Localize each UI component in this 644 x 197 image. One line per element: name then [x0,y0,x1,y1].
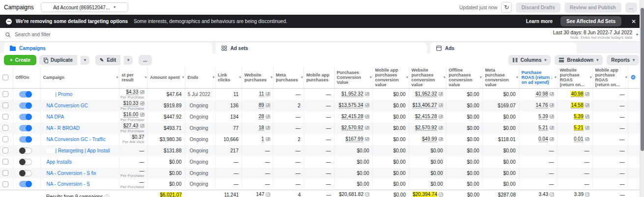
cell-value[interactable]: $2,570.92 [341,125,364,131]
campaign-name-link[interactable]: NA - Conversion - S fix [47,171,96,176]
col-header-offline-purchases-conversion-value[interactable]: Offline purchases conversion value▾ [446,67,482,89]
refresh-button[interactable]: ↻ [501,2,512,13]
trend-chart-icon[interactable] [140,113,144,117]
sort-caret-icon[interactable]: ▾ [444,75,446,80]
duplicate-button[interactable]: Duplicate [39,55,77,65]
trend-chart-icon[interactable] [550,103,554,107]
cell-value[interactable]: 5.39 [574,114,583,120]
cell-value[interactable]: $2,415.28 [341,114,364,120]
campaign-toggle[interactable] [19,102,32,109]
row-checkbox[interactable] [2,114,8,120]
sort-caret-icon[interactable]: ▾ [516,75,518,80]
create-button[interactable]: +Create [4,55,36,65]
cell-value[interactable]: 5.21 [574,125,583,131]
col-header-campaign[interactable]: Campaign▾ [40,67,119,89]
row-checkbox[interactable] [2,159,8,165]
cell-value[interactable]: $16.00 [123,112,139,118]
sort-caret-icon[interactable]: ▾ [213,75,215,80]
cell-value[interactable]: $20,394.74 [413,192,437,197]
trend-chart-icon[interactable] [550,193,554,197]
edit-button[interactable]: ✎Edit [95,55,120,65]
trend-chart-icon[interactable] [585,103,589,107]
campaign-name-link[interactable]: NA DPA [47,114,64,120]
trend-chart-icon[interactable] [550,137,554,141]
see-affected-ad-sets-button[interactable]: See Affected Ad Sets [560,16,621,26]
campaign-toggle[interactable] [19,136,32,143]
sort-caret-icon[interactable]: ▾ [590,75,592,80]
row-checkbox[interactable] [2,181,8,187]
trend-chart-icon[interactable] [585,92,589,96]
campaign-toggle[interactable] [19,114,32,120]
trend-chart-icon[interactable] [266,137,270,141]
trend-chart-icon[interactable] [439,103,443,107]
select-all-checkbox[interactable] [2,74,8,80]
columns-button[interactable]: Columns▾ [508,55,551,65]
column-settings-gear-icon[interactable]: ⚙ [631,74,636,81]
more-actions-button[interactable]: ... [139,55,151,65]
sort-caret-icon[interactable]: ▾ [145,75,147,80]
trend-chart-icon[interactable] [140,90,144,94]
cell-value[interactable]: 0.01 [574,136,583,142]
campaign-toggle[interactable] [19,125,32,131]
sort-caret-icon[interactable]: ▾ [239,75,241,80]
cell-value[interactable]: 147 [256,192,264,197]
row-checkbox[interactable] [2,102,8,108]
trend-chart-icon[interactable] [365,115,369,119]
cell-value[interactable]: 5.39 [538,114,548,120]
row-checkbox[interactable] [2,136,8,142]
tab-campaigns[interactable]: Campaigns [4,43,212,53]
row-checkbox[interactable] [2,170,8,176]
sort-caret-icon[interactable]: ▾ [406,75,408,80]
trend-chart-icon[interactable] [140,124,144,128]
trend-chart-icon[interactable] [439,193,443,197]
col-header-purchases-conversion-value[interactable]: Purchases Conversion Value▾ [334,67,372,89]
cell-value[interactable]: 11 [259,91,264,97]
cell-value[interactable]: $167.99 [345,136,363,142]
campaign-name-link[interactable]: App Installs [47,159,72,165]
cell-value[interactable]: $10.33 [123,100,139,106]
trend-chart-icon[interactable] [585,126,589,130]
trend-chart-icon[interactable] [266,193,270,197]
row-checkbox[interactable] [2,91,8,97]
duplicate-dropdown-button[interactable]: ▾ [81,56,89,65]
cell-value[interactable]: 14.76 [535,102,548,108]
cell-value[interactable]: $2,570.92 [415,125,437,131]
edit-dropdown-button[interactable]: ▾ [124,56,133,65]
col-header-ends[interactable]: Ends▾ [185,67,215,89]
col-header-meta-purchase-conversion-value[interactable]: Meta purchase conversion value▾ [482,67,519,89]
campaign-name-link[interactable]: | Retargeting | App Install [56,148,110,153]
cell-value[interactable]: 14.58 [571,102,583,108]
cell-value[interactable]: 3.39 [574,192,584,197]
campaign-toggle[interactable] [19,170,32,176]
col-header-meta-purchases[interactable]: Meta purchases▾ [273,67,304,89]
sort-caret-icon[interactable]: ▾ [182,75,184,80]
more-options-button[interactable]: ... [625,2,637,13]
learn-more-link[interactable]: Learn more [526,19,553,24]
discard-drafts-button[interactable]: Discard Drafts [516,2,560,13]
cell-value[interactable]: $27.43 [123,123,139,129]
cell-value[interactable]: $20,681.82 [339,192,364,197]
trend-chart-icon[interactable] [266,103,270,107]
tab-ad-sets[interactable]: Ad sets [216,43,427,53]
trend-chart-icon[interactable] [266,126,270,130]
cell-value[interactable]: 40.98 [571,91,583,97]
cell-value[interactable]: 18 [258,125,264,131]
col-header-cost-per-result[interactable]: st per result▾ [119,67,147,89]
cell-value[interactable]: 89 [258,102,264,108]
campaign-name-link[interactable]: NA Conversion GC - Traffic [47,137,106,142]
trend-chart-icon[interactable] [365,193,369,197]
trend-chart-icon[interactable] [140,101,144,105]
sort-caret-icon[interactable]: ▾ [625,75,627,80]
campaign-toggle[interactable] [19,181,32,187]
cell-value[interactable]: 40.98 [535,91,548,97]
cell-value[interactable]: 5.21 [538,125,548,131]
cell-value[interactable]: $2,415.28 [415,114,437,120]
trend-chart-icon[interactable] [266,115,270,119]
cell-value[interactable]: $4.33 [126,89,138,95]
trend-chart-icon[interactable] [585,193,589,197]
breakdown-button[interactable]: Breakdown▾ [555,55,603,65]
trend-chart-icon[interactable] [439,137,443,141]
sort-caret-icon[interactable]: ▾ [116,75,118,80]
trend-chart-icon[interactable] [266,92,270,96]
trend-chart-icon[interactable] [550,92,554,96]
